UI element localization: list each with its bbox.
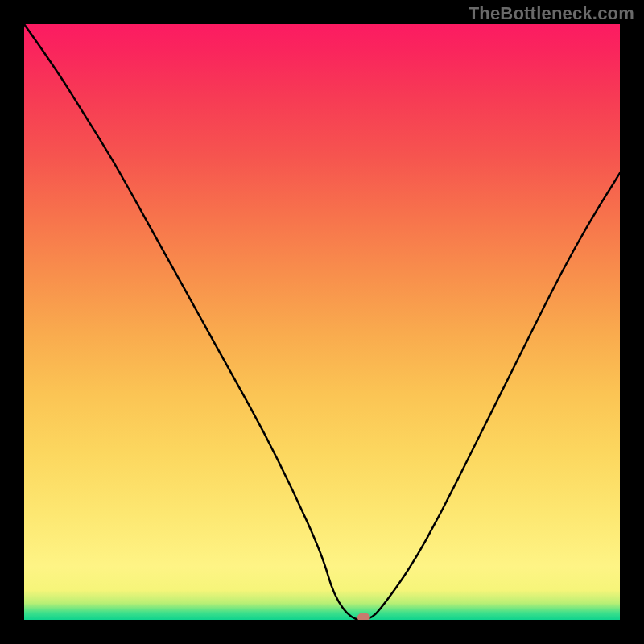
plot-area [24, 24, 620, 620]
curve-svg [24, 24, 620, 620]
minimum-marker [357, 613, 370, 620]
chart-container: TheBottleneck.com [0, 0, 644, 644]
watermark-text: TheBottleneck.com [469, 3, 634, 24]
bottleneck-curve [24, 24, 620, 620]
